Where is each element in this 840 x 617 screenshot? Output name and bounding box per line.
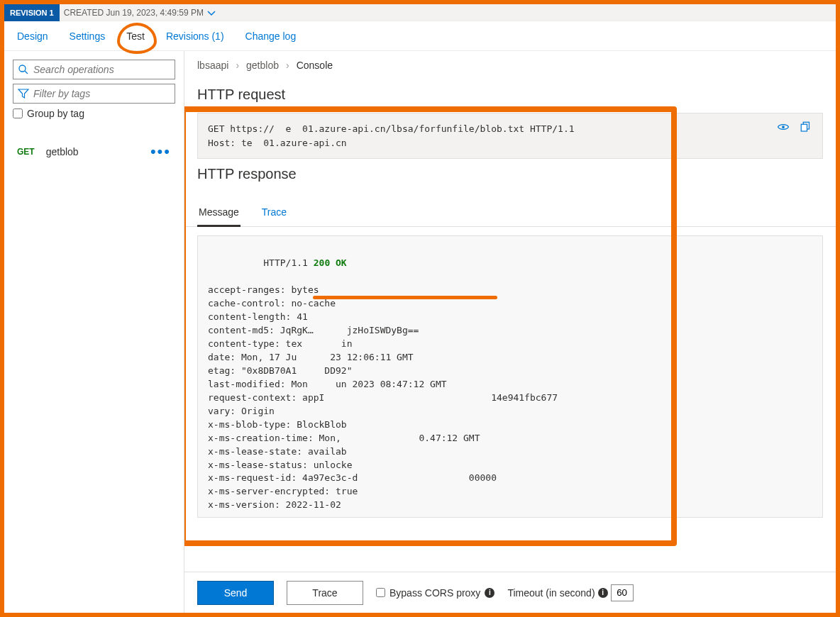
filter-icon — [18, 88, 29, 99]
http-request-code: GET https:// e 01.azure-api.cn/lbsa/forf… — [198, 113, 822, 158]
search-operations[interactable] — [13, 60, 175, 79]
response-tabs: Message Trace — [184, 201, 836, 227]
send-button[interactable]: Send — [197, 581, 274, 605]
copy-icon[interactable] — [800, 121, 812, 135]
revision-badge[interactable]: REVISION 1 — [4, 4, 60, 21]
trace-button[interactable]: Trace — [287, 581, 363, 605]
operation-name: getblob — [46, 146, 79, 157]
http-request-box: GET https:// e 01.azure-api.cn/lbsa/forf… — [197, 113, 823, 159]
breadcrumb-op[interactable]: getblob — [246, 60, 279, 71]
group-by-tag-checkbox[interactable] — [13, 109, 23, 118]
tab-design[interactable]: Design — [17, 30, 48, 42]
show-password-icon[interactable] — [777, 121, 790, 135]
tab-test[interactable]: Test — [126, 30, 145, 42]
sidebar: Group by tag GET getblob ••• — [4, 51, 184, 613]
app-frame: REVISION 1 CREATED Jun 19, 2023, 4:49:59… — [0, 0, 840, 617]
search-icon — [18, 64, 29, 75]
page-tabs: Design Settings Test Revisions (1) Chang… — [4, 21, 836, 51]
svg-point-0 — [19, 65, 26, 72]
bypass-cors-checkbox[interactable] — [376, 588, 385, 597]
search-input[interactable] — [33, 64, 170, 75]
chevron-right-icon: › — [236, 60, 239, 71]
http-response-code: HTTP/1.1 200 OK accept-ranges: bytescach… — [208, 243, 812, 518]
http-request-title: HTTP request — [184, 79, 836, 106]
bypass-cors-label: Bypass CORS proxy — [389, 587, 480, 599]
tab-test-label: Test — [126, 30, 145, 42]
breadcrumb-api[interactable]: lbsaapi — [197, 60, 228, 71]
chevron-down-icon[interactable] — [206, 7, 216, 18]
breadcrumb: lbsaapi › getblob › Console — [184, 51, 836, 79]
bypass-cors[interactable]: Bypass CORS proxy i — [376, 587, 494, 599]
response-protocol: HTTP/1.1 — [263, 257, 308, 268]
svg-line-1 — [25, 71, 28, 74]
timeout-label: Timeout (in second) — [507, 587, 595, 599]
tab-changelog[interactable]: Change log — [245, 30, 297, 42]
http-response-title: HTTP response — [184, 159, 836, 185]
revision-bar: REVISION 1 CREATED Jun 19, 2023, 4:49:59… — [4, 4, 836, 21]
main-split: Group by tag GET getblob ••• lbsaapi › g… — [4, 51, 836, 613]
filter-by-tags[interactable] — [13, 84, 175, 104]
main-panel: lbsaapi › getblob › Console HTTP request… — [184, 51, 836, 613]
group-by-tag-label: Group by tag — [27, 108, 84, 119]
group-by-tag[interactable]: Group by tag — [13, 108, 175, 119]
filter-input[interactable] — [33, 88, 170, 99]
svg-rect-5 — [801, 124, 807, 131]
tab-settings[interactable]: Settings — [70, 30, 106, 42]
hand-annotation-underline — [313, 296, 497, 299]
info-icon[interactable]: i — [485, 588, 494, 598]
timeout-input[interactable] — [611, 584, 634, 601]
operation-method: GET — [17, 147, 35, 157]
tab-revisions[interactable]: Revisions (1) — [166, 30, 224, 42]
svg-marker-2 — [18, 89, 28, 98]
response-status: 200 OK — [314, 257, 347, 268]
info-icon[interactable]: i — [598, 588, 608, 598]
svg-point-3 — [782, 126, 785, 128]
breadcrumb-console: Console — [297, 60, 333, 71]
action-bar: Send Trace Bypass CORS proxy i Timeout (… — [184, 572, 836, 613]
response-tab-trace[interactable]: Trace — [260, 201, 288, 226]
operation-row[interactable]: GET getblob ••• — [13, 139, 175, 165]
timeout: Timeout (in second) i — [507, 584, 633, 601]
response-tab-message[interactable]: Message — [197, 201, 241, 227]
chevron-right-icon: › — [286, 60, 289, 71]
http-response-box: HTTP/1.1 200 OK accept-ranges: bytescach… — [197, 235, 823, 518]
revision-created: CREATED Jun 19, 2023, 4:49:59 PM — [64, 8, 204, 18]
